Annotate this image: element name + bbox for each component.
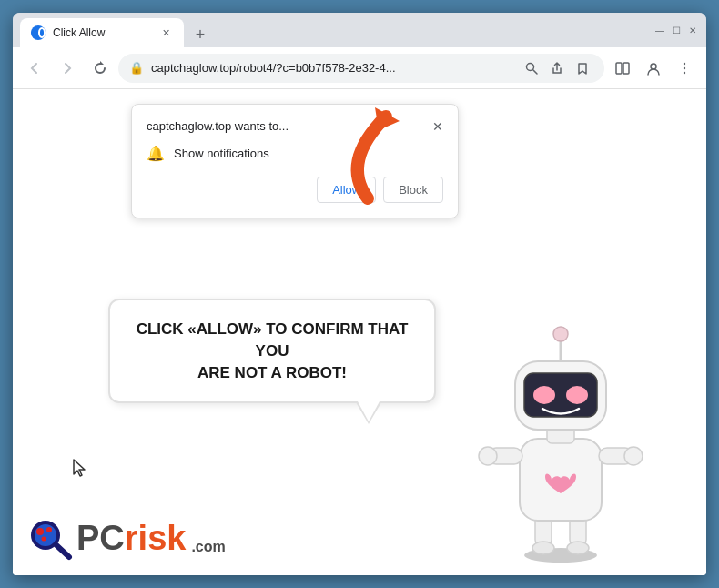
svg-marker-3 <box>100 61 104 65</box>
window-controls: — ☐ ✕ <box>646 24 699 36</box>
pcrisk-icon <box>27 515 73 561</box>
cursor-icon <box>72 458 88 478</box>
svg-point-11 <box>684 71 685 73</box>
new-tab-button[interactable]: + <box>187 22 213 47</box>
nav-right-icons <box>608 54 699 83</box>
svg-point-18 <box>567 542 589 554</box>
split-view-button[interactable] <box>608 54 637 83</box>
svg-point-30 <box>553 327 568 341</box>
svg-point-9 <box>684 62 685 64</box>
svg-point-35 <box>42 537 46 542</box>
browser-window: Click Allow ✕ + — ☐ ✕ 🔒 captchaglow.top/… <box>13 13 706 575</box>
notification-text: Show notifications <box>174 147 269 160</box>
bubble-line1: CLICK «ALLOW» TO CONFIRM THAT YOU <box>137 320 409 360</box>
reload-icon <box>93 61 107 76</box>
logo-pc-part: PC <box>76 519 125 557</box>
svg-point-27 <box>533 386 555 404</box>
tab-close-button[interactable]: ✕ <box>158 25 173 40</box>
popup-close-button[interactable]: ✕ <box>432 119 443 134</box>
pcrisk-logo: PCrisk .com <box>27 515 226 561</box>
arrow-icon <box>313 98 422 208</box>
svg-point-28 <box>566 386 588 404</box>
maximize-button[interactable]: ☐ <box>670 24 683 36</box>
speech-bubble: CLICK «ALLOW» TO CONFIRM THAT YOU ARE NO… <box>108 299 436 403</box>
bubble-line2: ARE NOT A ROBOT! <box>197 364 347 381</box>
svg-rect-7 <box>623 63 629 74</box>
svg-point-32 <box>35 524 56 546</box>
bell-icon: 🔔 <box>147 145 165 162</box>
bookmark-icon[interactable] <box>572 57 593 79</box>
lock-icon: 🔒 <box>129 61 144 75</box>
address-icons <box>521 57 593 79</box>
profile-button[interactable] <box>639 54 668 83</box>
svg-point-8 <box>651 64 656 69</box>
address-bar[interactable]: 🔒 captchaglow.top/robot4/?c=b0b7f578-2e3… <box>118 54 604 83</box>
page-content: captchaglow.top wants to... ✕ 🔔 Show not… <box>13 89 706 575</box>
svg-point-23 <box>624 447 643 465</box>
logo-text: PCrisk <box>76 519 186 558</box>
svg-line-5 <box>533 69 538 74</box>
svg-line-36 <box>56 545 69 557</box>
globe-icon <box>31 26 38 39</box>
svg-point-10 <box>684 66 685 68</box>
close-button[interactable]: ✕ <box>686 24 699 36</box>
back-icon <box>27 61 42 76</box>
reload-button[interactable] <box>86 54 115 83</box>
nav-bar: 🔒 captchaglow.top/robot4/?c=b0b7f578-2e3… <box>13 47 706 89</box>
svg-rect-6 <box>616 63 622 74</box>
orange-arrow <box>313 98 422 211</box>
search-icon[interactable] <box>521 57 542 79</box>
minimize-button[interactable]: — <box>653 24 666 36</box>
mouse-cursor <box>72 458 83 474</box>
popup-title: captchaglow.top wants to... <box>147 119 289 133</box>
forward-button[interactable] <box>53 54 82 83</box>
back-button[interactable] <box>20 54 49 83</box>
bubble-text: CLICK «ALLOW» TO CONFIRM THAT YOU ARE NO… <box>132 319 412 383</box>
svg-point-34 <box>46 527 52 532</box>
svg-point-22 <box>479 447 497 465</box>
tab-area: Click Allow ✕ + <box>20 13 646 47</box>
svg-point-17 <box>532 542 554 554</box>
title-bar: Click Allow ✕ + — ☐ ✕ <box>13 13 706 47</box>
menu-button[interactable] <box>670 54 699 83</box>
forward-icon <box>60 61 75 76</box>
logo-com-part: .com <box>191 539 225 555</box>
svg-point-33 <box>36 528 44 535</box>
tab-title: Click Allow <box>53 26 151 39</box>
tab-favicon <box>31 25 46 40</box>
robot-svg <box>470 311 652 566</box>
share-icon[interactable] <box>546 57 568 79</box>
address-text: captchaglow.top/robot4/?c=b0b7f578-2e32-… <box>151 61 513 75</box>
active-tab[interactable]: Click Allow ✕ <box>20 18 184 47</box>
robot-character <box>470 311 652 566</box>
logo-risk-part: risk <box>125 519 187 557</box>
